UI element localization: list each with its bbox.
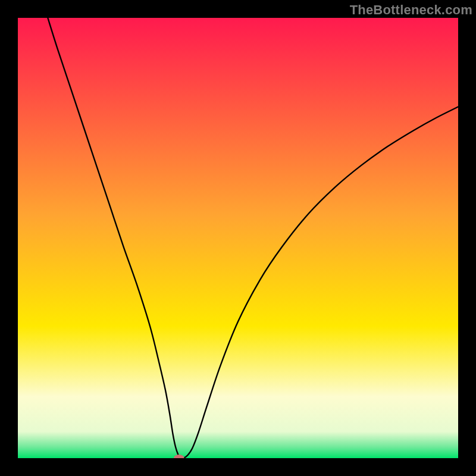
watermark-text: TheBottleneck.com <box>350 2 472 18</box>
plot-area <box>18 18 458 458</box>
bottleneck-chart <box>18 18 458 458</box>
gradient-background <box>18 18 458 458</box>
chart-frame: TheBottleneck.com <box>0 0 476 476</box>
